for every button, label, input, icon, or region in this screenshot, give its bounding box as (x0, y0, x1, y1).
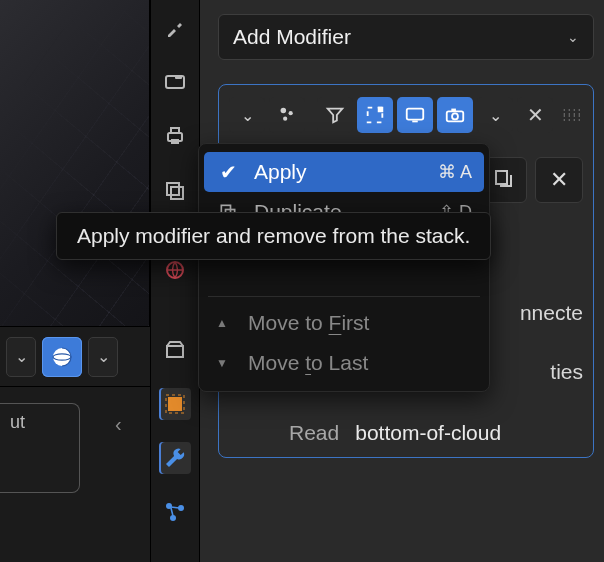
menu-shortcut: ⌘ A (438, 161, 472, 183)
tv-icon (163, 70, 187, 94)
tab-tool[interactable] (159, 12, 191, 44)
read-value[interactable]: bottom-of-cloud (355, 421, 501, 445)
modifier-type-icon[interactable] (269, 97, 305, 133)
menu-separator (208, 296, 480, 297)
collapse-panel-caret[interactable]: ‹ (115, 413, 122, 436)
svg-rect-26 (496, 171, 507, 184)
drag-grip-icon[interactable]: ∷∷∷∷ (563, 109, 583, 121)
chevron-down-icon: ⌄ (567, 29, 579, 45)
modifier-header: ⌄ ⌄ ✕ ∷∷∷∷ (229, 95, 583, 135)
triangle-up-icon: ▲ (216, 316, 234, 330)
chevron-down-icon: ⌄ (241, 106, 254, 125)
tooltip: Apply modifier and remove from the stack… (56, 212, 491, 260)
svg-rect-8 (171, 187, 183, 199)
sphere-icon (50, 345, 74, 369)
globe-icon (163, 258, 187, 282)
modifier-context-menu: ✔ Apply ⌘ A DDuplicateuplicate ⇧ D ▲ Mov… (198, 143, 490, 392)
square-select-icon (163, 392, 187, 416)
truncated-text-ties: ties (550, 360, 583, 384)
filter-icon (324, 104, 346, 126)
svg-rect-20 (378, 107, 384, 113)
triangle-down-icon: ▼ (216, 356, 234, 370)
remove-button[interactable]: ✕ (535, 157, 583, 203)
view-toolbar: ⌄ ⌄ (0, 327, 150, 387)
read-field-row: Read bottom-of-cloud (289, 415, 581, 451)
tab-object[interactable] (159, 388, 191, 420)
menu-item-move-first[interactable]: ▲ Move to First (204, 303, 484, 343)
menu-item-move-last[interactable]: ▼ Move to Last (204, 343, 484, 383)
chevron-down-icon: ⌄ (489, 106, 502, 125)
svg-rect-6 (171, 139, 179, 144)
corners-select-icon (364, 104, 386, 126)
extra-menu-button[interactable]: ⌄ (477, 97, 513, 133)
render-toggle[interactable] (437, 97, 473, 133)
svg-rect-7 (167, 183, 179, 195)
read-label: Read (289, 421, 339, 445)
delete-modifier-button[interactable]: ✕ (517, 97, 553, 133)
properties-tab-strip (150, 0, 200, 562)
modifier-sub-row: ✕ (479, 157, 583, 203)
realtime-toggle[interactable] (357, 97, 393, 133)
edit-mode-toggle[interactable] (317, 97, 353, 133)
copy-icon (491, 168, 515, 192)
svg-rect-22 (412, 121, 418, 123)
printer-icon (163, 124, 187, 148)
layers-icon (163, 178, 187, 202)
nodes-icon (163, 500, 187, 524)
svg-point-17 (289, 111, 293, 115)
tooltip-text: Apply modifier and remove from the stack… (77, 224, 470, 248)
tab-render[interactable] (159, 66, 191, 98)
tab-particles[interactable] (159, 496, 191, 528)
svg-point-16 (281, 108, 287, 114)
svg-rect-10 (167, 346, 183, 357)
truncated-text-connected: nnecte (520, 301, 583, 325)
expand-toggle[interactable]: ⌄ (229, 97, 265, 133)
close-icon: ✕ (550, 167, 568, 193)
add-modifier-label: Add Modifier (233, 25, 351, 49)
svg-rect-25 (451, 109, 456, 112)
wrench-icon (163, 446, 187, 470)
viewport-toggle[interactable] (397, 97, 433, 133)
tab-collection[interactable] (159, 334, 191, 366)
particles-icon (276, 104, 298, 126)
dropdown-chevron-button[interactable]: ⌄ (88, 337, 118, 377)
close-icon: ✕ (527, 103, 544, 127)
tab-viewlayer[interactable] (159, 174, 191, 206)
outliner-fragment-text: ut (10, 412, 25, 432)
svg-point-24 (452, 113, 458, 119)
monitor-icon (404, 104, 426, 126)
menu-item-apply[interactable]: ✔ Apply ⌘ A (204, 152, 484, 192)
add-modifier-dropdown[interactable]: Add Modifier ⌄ (218, 14, 594, 60)
svg-rect-21 (407, 109, 424, 120)
svg-rect-5 (171, 128, 179, 133)
tab-modifiers[interactable] (159, 442, 191, 474)
camera-icon (444, 104, 466, 126)
svg-point-18 (283, 117, 287, 121)
add-modifier-row: Add Modifier ⌄ (218, 14, 594, 60)
menu-item-label: Move to Last (248, 351, 368, 375)
menu-item-label: Move to First (248, 311, 369, 335)
shading-mode-button[interactable] (42, 337, 82, 377)
svg-rect-3 (175, 75, 182, 79)
outliner-fragment: ut (0, 403, 80, 493)
viewport-3d[interactable] (0, 0, 150, 327)
tab-output[interactable] (159, 120, 191, 152)
dropdown-chevron-button[interactable]: ⌄ (6, 337, 36, 377)
screwdriver-icon (163, 16, 187, 40)
svg-rect-11 (168, 397, 182, 411)
checkmark-icon: ✔ (216, 160, 240, 184)
menu-item-label: Apply (254, 160, 307, 184)
box-icon (163, 338, 187, 362)
